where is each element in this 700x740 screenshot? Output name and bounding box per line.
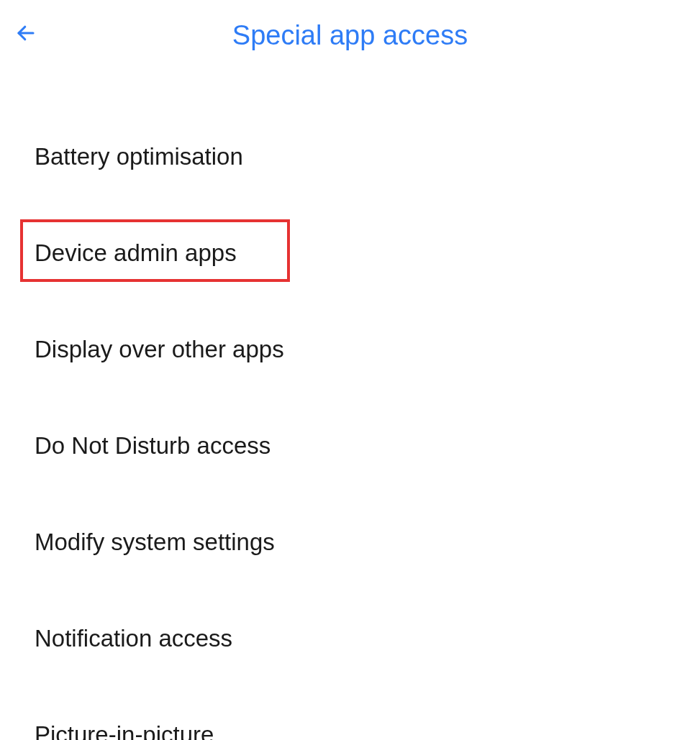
arrow-left-icon: [15, 22, 37, 47]
list-item-label: Battery optimisation: [35, 143, 243, 170]
back-button[interactable]: [14, 23, 37, 46]
list-item-battery-optimisation[interactable]: Battery optimisation: [0, 109, 700, 205]
list-item-device-admin-apps[interactable]: Device admin apps: [0, 205, 700, 301]
list-item-label: Do Not Disturb access: [35, 432, 271, 459]
list-item-modify-system-settings[interactable]: Modify system settings: [0, 494, 700, 590]
list-item-label: Picture-in-picture: [35, 721, 214, 740]
list-item-label: Notification access: [35, 625, 232, 652]
list-item-do-not-disturb-access[interactable]: Do Not Disturb access: [0, 398, 700, 494]
list-item-notification-access[interactable]: Notification access: [0, 590, 700, 687]
header: Special app access: [0, 0, 700, 65]
settings-list: Battery optimisation Device admin apps D…: [0, 65, 700, 740]
list-item-display-over-other-apps[interactable]: Display over other apps: [0, 301, 700, 398]
list-item-picture-in-picture[interactable]: Picture-in-picture: [0, 687, 700, 740]
page-title: Special app access: [14, 20, 686, 51]
list-item-label: Modify system settings: [35, 529, 275, 555]
list-item-label: Display over other apps: [35, 336, 284, 362]
list-item-label: Device admin apps: [35, 239, 237, 266]
